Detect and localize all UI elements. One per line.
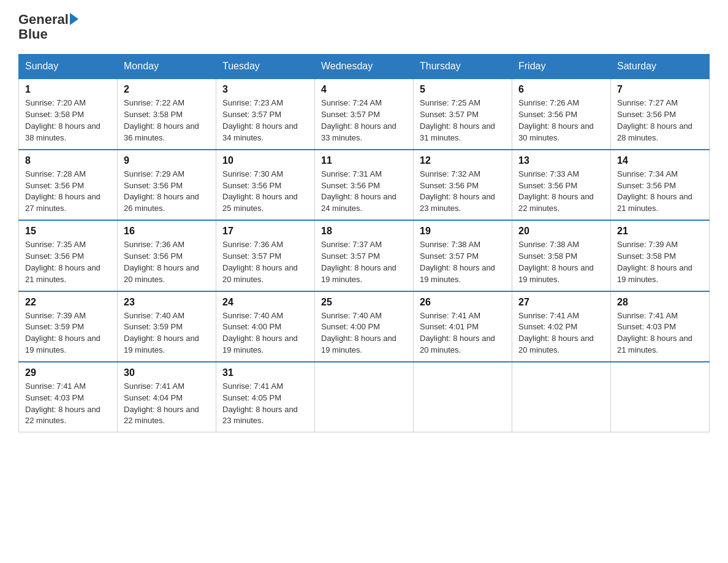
calendar-day-cell: 10Sunrise: 7:30 AMSunset: 3:56 PMDayligh… — [216, 150, 315, 220]
day-info: Sunrise: 7:39 AMSunset: 3:59 PMDaylight:… — [25, 310, 111, 356]
calendar-day-cell: 21Sunrise: 7:39 AMSunset: 3:58 PMDayligh… — [611, 220, 710, 291]
day-number: 5 — [420, 84, 506, 95]
logo-blue: Blue — [18, 26, 48, 42]
day-number: 8 — [25, 155, 111, 166]
calendar-day-cell: 16Sunrise: 7:36 AMSunset: 3:56 PMDayligh… — [118, 220, 216, 291]
calendar-day-cell: 1Sunrise: 7:20 AMSunset: 3:58 PMDaylight… — [19, 79, 118, 149]
day-info: Sunrise: 7:41 AMSunset: 4:03 PMDaylight:… — [25, 381, 111, 427]
calendar-week-row: 22Sunrise: 7:39 AMSunset: 3:59 PMDayligh… — [19, 291, 710, 362]
day-info: Sunrise: 7:41 AMSunset: 4:02 PMDaylight:… — [518, 310, 604, 356]
day-number: 28 — [617, 297, 703, 308]
day-info: Sunrise: 7:26 AMSunset: 3:56 PMDaylight:… — [518, 98, 604, 144]
calendar-day-cell: 25Sunrise: 7:40 AMSunset: 4:00 PMDayligh… — [315, 291, 414, 362]
day-info: Sunrise: 7:34 AMSunset: 3:56 PMDaylight:… — [617, 169, 703, 215]
weekday-header: Saturday — [611, 55, 710, 79]
day-number: 18 — [321, 226, 407, 237]
calendar-week-row: 15Sunrise: 7:35 AMSunset: 3:56 PMDayligh… — [19, 220, 710, 291]
day-number: 3 — [222, 84, 308, 95]
calendar-day-cell: 9Sunrise: 7:29 AMSunset: 3:56 PMDaylight… — [118, 150, 216, 220]
calendar-day-cell: 15Sunrise: 7:35 AMSunset: 3:56 PMDayligh… — [19, 220, 118, 291]
day-info: Sunrise: 7:33 AMSunset: 3:56 PMDaylight:… — [518, 169, 604, 215]
day-info: Sunrise: 7:27 AMSunset: 3:56 PMDaylight:… — [617, 98, 703, 144]
day-number: 25 — [321, 297, 407, 308]
calendar-table: SundayMondayTuesdayWednesdayThursdayFrid… — [18, 54, 710, 432]
weekday-header: Tuesday — [216, 55, 315, 79]
weekday-header: Friday — [512, 55, 611, 79]
day-number: 24 — [222, 297, 308, 308]
day-info: Sunrise: 7:41 AMSunset: 4:05 PMDaylight:… — [222, 381, 308, 427]
day-info: Sunrise: 7:38 AMSunset: 3:57 PMDaylight:… — [420, 239, 506, 285]
calendar-day-cell: 20Sunrise: 7:38 AMSunset: 3:58 PMDayligh… — [512, 220, 611, 291]
logo-arrow-icon — [70, 13, 78, 25]
day-number: 4 — [321, 84, 407, 95]
calendar-day-cell — [611, 362, 710, 432]
day-info: Sunrise: 7:41 AMSunset: 4:03 PMDaylight:… — [617, 310, 703, 356]
weekday-header: Wednesday — [315, 55, 414, 79]
calendar-day-cell: 30Sunrise: 7:41 AMSunset: 4:04 PMDayligh… — [118, 362, 216, 432]
day-number: 23 — [124, 297, 210, 308]
day-number: 7 — [617, 84, 703, 95]
weekday-header: Monday — [118, 55, 216, 79]
day-info: Sunrise: 7:40 AMSunset: 3:59 PMDaylight:… — [124, 310, 210, 356]
calendar-day-cell — [315, 362, 414, 432]
calendar-week-row: 29Sunrise: 7:41 AMSunset: 4:03 PMDayligh… — [19, 362, 710, 432]
calendar-day-cell: 6Sunrise: 7:26 AMSunset: 3:56 PMDaylight… — [512, 79, 611, 149]
weekday-header: Thursday — [414, 55, 512, 79]
calendar-week-row: 8Sunrise: 7:28 AMSunset: 3:56 PMDaylight… — [19, 150, 710, 220]
day-info: Sunrise: 7:40 AMSunset: 4:00 PMDaylight:… — [321, 310, 407, 356]
logo: General Blue — [18, 12, 78, 42]
day-number: 12 — [420, 155, 506, 166]
day-number: 13 — [518, 155, 604, 166]
day-number: 22 — [25, 297, 111, 308]
day-number: 6 — [518, 84, 604, 95]
day-info: Sunrise: 7:22 AMSunset: 3:58 PMDaylight:… — [124, 98, 210, 144]
day-info: Sunrise: 7:36 AMSunset: 3:56 PMDaylight:… — [124, 239, 210, 285]
calendar-day-cell: 27Sunrise: 7:41 AMSunset: 4:02 PMDayligh… — [512, 291, 611, 362]
day-info: Sunrise: 7:32 AMSunset: 3:56 PMDaylight:… — [420, 169, 506, 215]
calendar-day-cell: 11Sunrise: 7:31 AMSunset: 3:56 PMDayligh… — [315, 150, 414, 220]
day-info: Sunrise: 7:28 AMSunset: 3:56 PMDaylight:… — [25, 169, 111, 215]
calendar-day-cell — [414, 362, 512, 432]
day-number: 29 — [25, 367, 111, 378]
day-info: Sunrise: 7:20 AMSunset: 3:58 PMDaylight:… — [25, 98, 111, 144]
weekday-header: Sunday — [19, 55, 118, 79]
day-number: 15 — [25, 226, 111, 237]
day-number: 27 — [518, 297, 604, 308]
day-number: 1 — [25, 84, 111, 95]
day-info: Sunrise: 7:35 AMSunset: 3:56 PMDaylight:… — [25, 239, 111, 285]
calendar-week-row: 1Sunrise: 7:20 AMSunset: 3:58 PMDaylight… — [19, 79, 710, 149]
day-number: 20 — [518, 226, 604, 237]
calendar-day-cell: 24Sunrise: 7:40 AMSunset: 4:00 PMDayligh… — [216, 291, 315, 362]
calendar-header-row: SundayMondayTuesdayWednesdayThursdayFrid… — [19, 55, 710, 79]
day-info: Sunrise: 7:29 AMSunset: 3:56 PMDaylight:… — [124, 169, 210, 215]
calendar-day-cell: 4Sunrise: 7:24 AMSunset: 3:57 PMDaylight… — [315, 79, 414, 149]
day-number: 11 — [321, 155, 407, 166]
day-info: Sunrise: 7:41 AMSunset: 4:04 PMDaylight:… — [124, 381, 210, 427]
calendar-day-cell: 18Sunrise: 7:37 AMSunset: 3:57 PMDayligh… — [315, 220, 414, 291]
day-number: 30 — [124, 367, 210, 378]
day-info: Sunrise: 7:41 AMSunset: 4:01 PMDaylight:… — [420, 310, 506, 356]
calendar-day-cell: 8Sunrise: 7:28 AMSunset: 3:56 PMDaylight… — [19, 150, 118, 220]
calendar-day-cell: 29Sunrise: 7:41 AMSunset: 4:03 PMDayligh… — [19, 362, 118, 432]
calendar-day-cell: 31Sunrise: 7:41 AMSunset: 4:05 PMDayligh… — [216, 362, 315, 432]
day-number: 16 — [124, 226, 210, 237]
day-number: 9 — [124, 155, 210, 166]
calendar-day-cell: 2Sunrise: 7:22 AMSunset: 3:58 PMDaylight… — [118, 79, 216, 149]
day-number: 19 — [420, 226, 506, 237]
calendar-day-cell: 23Sunrise: 7:40 AMSunset: 3:59 PMDayligh… — [118, 291, 216, 362]
day-info: Sunrise: 7:24 AMSunset: 3:57 PMDaylight:… — [321, 98, 407, 144]
page-header: General Blue — [18, 12, 710, 42]
day-info: Sunrise: 7:23 AMSunset: 3:57 PMDaylight:… — [222, 98, 308, 144]
calendar-day-cell: 5Sunrise: 7:25 AMSunset: 3:57 PMDaylight… — [414, 79, 512, 149]
logo-general: General — [18, 12, 69, 27]
calendar-day-cell: 17Sunrise: 7:36 AMSunset: 3:57 PMDayligh… — [216, 220, 315, 291]
day-info: Sunrise: 7:40 AMSunset: 4:00 PMDaylight:… — [222, 310, 308, 356]
calendar-day-cell: 12Sunrise: 7:32 AMSunset: 3:56 PMDayligh… — [414, 150, 512, 220]
calendar-day-cell: 19Sunrise: 7:38 AMSunset: 3:57 PMDayligh… — [414, 220, 512, 291]
day-info: Sunrise: 7:36 AMSunset: 3:57 PMDaylight:… — [222, 239, 308, 285]
calendar-day-cell: 22Sunrise: 7:39 AMSunset: 3:59 PMDayligh… — [19, 291, 118, 362]
calendar-day-cell: 3Sunrise: 7:23 AMSunset: 3:57 PMDaylight… — [216, 79, 315, 149]
day-info: Sunrise: 7:25 AMSunset: 3:57 PMDaylight:… — [420, 98, 506, 144]
calendar-day-cell: 26Sunrise: 7:41 AMSunset: 4:01 PMDayligh… — [414, 291, 512, 362]
day-number: 17 — [222, 226, 308, 237]
